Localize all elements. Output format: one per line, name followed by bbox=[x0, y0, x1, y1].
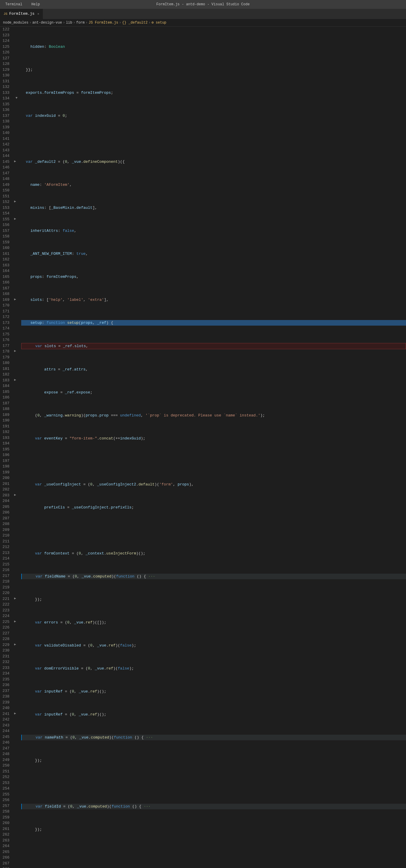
line-155: var fieldId = (0, _vue.computed)(functio… bbox=[21, 804, 406, 810]
line-140 bbox=[21, 459, 406, 465]
breadcrumb: node_modules› ant-design-vue› lib› form›… bbox=[0, 19, 406, 27]
editor-container: 122123124125126 127128129130131 13213313… bbox=[0, 27, 406, 868]
line-137: expose = _ref.expose; bbox=[21, 390, 406, 396]
line-146: }); bbox=[21, 597, 406, 602]
line-127: var _default2 = (0, _vue.defineComponent… bbox=[21, 159, 406, 165]
line-141: var _useConfigInject = (0, _useConfigInj… bbox=[21, 482, 406, 488]
line-136: attrs = _ref.attrs, bbox=[21, 367, 406, 373]
line-129: mixins: [_BaseMixin.default], bbox=[21, 205, 406, 211]
line-130: inheritAttrs: false, bbox=[21, 228, 406, 234]
line-152: var namePath = (0, _vue.computed)(functi… bbox=[21, 735, 406, 741]
window-title: FormItem.js - antd-demo - Visual Studio … bbox=[157, 2, 250, 7]
line-128: name: 'AFormItem', bbox=[21, 182, 406, 188]
help-menu[interactable]: Help bbox=[29, 1, 42, 8]
line-132: props: formItemProps, bbox=[21, 274, 406, 280]
line-149: var domErrorVisible = (0, _vue.ref)(fals… bbox=[21, 666, 406, 672]
tab-formitem[interactable]: JS FormItem.js ✕ bbox=[0, 9, 43, 19]
line-134: setup: function setup(props, _ref) { bbox=[21, 320, 406, 326]
line-144: var formContext = (0, _context.useInject… bbox=[21, 551, 406, 557]
line-154 bbox=[21, 781, 406, 786]
line-153: }); bbox=[21, 758, 406, 764]
line-139: var eventKey = "form-item-".concat(++ind… bbox=[21, 436, 406, 441]
line-147: var errors = (0, _vue.ref)([]); bbox=[21, 620, 406, 626]
fold-col: ▼ ▶ ▶ ▶ ▶ bbox=[14, 27, 19, 868]
code-content: hidden: Boolean }}; exports.formItemProp… bbox=[19, 27, 406, 868]
line-150: var inputRef = (0, _vue.ref)(); bbox=[21, 689, 406, 694]
tab-icon: JS bbox=[4, 11, 7, 17]
line-125: var indexGuid = 0; bbox=[21, 113, 406, 119]
tab-bar: JS FormItem.js ✕ bbox=[0, 9, 406, 19]
tab-close-icon[interactable]: ✕ bbox=[37, 12, 39, 16]
terminal-menu[interactable]: Terminal bbox=[3, 1, 25, 8]
line-numbers-col: 122123124125126 127128129130131 13213313… bbox=[0, 27, 14, 868]
line-135: var slots = _ref.slots, bbox=[21, 343, 406, 349]
tab-label: FormItem.js bbox=[9, 11, 34, 17]
line-143 bbox=[21, 528, 406, 533]
line-133: slots: ['help', 'label', 'extra'], bbox=[21, 297, 406, 303]
line-138: (0, _warning.warning)(props.prop === und… bbox=[21, 413, 406, 418]
line-126 bbox=[21, 136, 406, 142]
line-131: _ANT_NEW_FORM_ITEM: true, bbox=[21, 251, 406, 257]
line-145: var fieldName = (0, _vue.computed)(funct… bbox=[21, 574, 406, 580]
title-bar: Terminal Help FormItem.js - antd-demo - … bbox=[0, 0, 406, 9]
line-148: var validateDisabled = (0, _vue.ref)(fal… bbox=[21, 643, 406, 649]
line-123: }}; bbox=[21, 67, 406, 73]
line-124: exports.formItemProps = formItemProps; bbox=[21, 90, 406, 96]
line-151: var inputRef = (0, _vue.ref)(); bbox=[21, 712, 406, 718]
line-156: }); bbox=[21, 827, 406, 833]
line-122: hidden: Boolean bbox=[21, 44, 406, 50]
menu-items[interactable]: Terminal Help bbox=[3, 1, 42, 8]
line-142: prefixCls = _useConfigInject.prefixCls; bbox=[21, 505, 406, 510]
line-157 bbox=[21, 850, 406, 856]
